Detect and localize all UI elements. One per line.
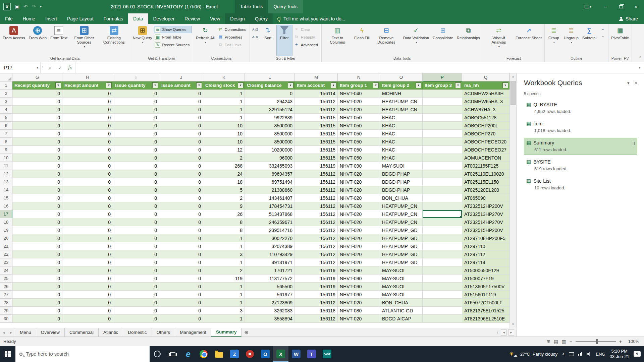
cell-Q5[interactable]: AOBOC551128 [462,114,509,122]
cell-P5[interactable] [423,114,462,122]
cell-I25[interactable]: 0 [113,275,159,283]
cell-K26[interactable]: 1 [203,283,245,291]
cell-P20[interactable] [423,234,462,242]
cell-P11[interactable] [423,162,462,170]
network-icon[interactable] [578,352,582,356]
cell-H6[interactable]: 0 [62,122,113,130]
row-header-6[interactable]: 6 [0,122,12,130]
cell-G9[interactable]: 0 [12,146,62,154]
select-all-corner[interactable] [0,73,12,81]
cell-N12[interactable]: NHVT-020 [338,170,380,178]
cell-G26[interactable]: 0 [12,283,62,291]
sheet-tab-others[interactable]: Others [152,328,175,337]
cancel-icon[interactable]: × [45,62,55,73]
cell-H25[interactable]: 0 [62,275,113,283]
cell-M30[interactable]: 156112 [295,315,338,323]
cell-K9[interactable]: 12 [203,146,245,154]
cell-M13[interactable]: 156112 [295,178,338,186]
show-queries-button[interactable]: ☰Show Queries [154,26,192,33]
sheet-tab-menu[interactable]: Menu [15,328,36,337]
cell-H19[interactable]: 0 [62,226,113,234]
from-access-button[interactable]: AFrom Access [1,25,26,56]
cell-J16[interactable]: 0 [159,202,203,210]
refresh-all-button[interactable]: ↻Refresh All▾ [194,25,216,56]
cell-P18[interactable] [423,218,462,226]
cell-G10[interactable]: 0 [12,154,62,162]
cell-I13[interactable]: 0 [113,178,159,186]
cell-L25[interactable]: 113177572 [245,275,295,283]
cell-L27[interactable]: 561977 [245,291,295,299]
cell-O12[interactable]: BDGD-PHAP [380,170,423,178]
cell-K29[interactable]: 3 [203,307,245,315]
cell-J21[interactable]: 0 [159,242,203,250]
column-header-n[interactable]: N [338,73,380,81]
enter-icon[interactable]: ✓ [55,62,65,73]
cell-K28[interactable]: 1 [203,299,245,307]
cell-G19[interactable]: 0 [12,226,62,234]
cell-H14[interactable]: 0 [62,186,113,194]
column-header-j[interactable]: J [159,73,203,81]
cell-Q28[interactable]: AT65072CT500LF [462,299,509,307]
column-header-m[interactable]: M [295,73,338,81]
row-header-13[interactable]: 13 [0,178,12,186]
cell-P14[interactable] [423,186,462,194]
tray-expand-icon[interactable]: ∧ [562,352,565,356]
cell-J10[interactable]: 0 [159,154,203,162]
cell-N26[interactable]: NHVT-090 [338,283,380,291]
cell-K30[interactable]: 1 [203,315,245,323]
cell-Q13[interactable]: AT025115EL150 [462,178,509,186]
excel-icon[interactable]: X [273,346,288,362]
row-header-14[interactable]: 14 [0,186,12,194]
cell-J8[interactable]: 0 [159,138,203,146]
cell-O4[interactable]: HEATPUMP_CN [380,106,423,114]
cell-G6[interactable]: 0 [12,122,62,130]
cell-N18[interactable]: NHVT-020 [338,218,380,226]
cell-K12[interactable]: 24 [203,170,245,178]
cell-I3[interactable]: 0 [113,98,159,106]
cell-M24[interactable]: 156119 [295,266,338,275]
cell-J20[interactable]: 0 [159,234,203,242]
cell-K14[interactable]: 5 [203,186,245,194]
row-header-30[interactable]: 30 [0,315,12,323]
hide-detail-button[interactable]: − [598,33,607,40]
sort-ascending-button[interactable]: A↓Z [251,26,260,33]
cell-L29[interactable]: 3262083 [245,307,295,315]
row-header-25[interactable]: 25 [0,275,12,283]
filter-dropdown-icon[interactable]: ▼ [416,82,421,88]
cell-P30[interactable] [423,315,462,323]
clock[interactable]: 5:20 PM 03-Jun-21 [609,349,629,359]
edit-links-button[interactable]: ⧉Edit Links [217,41,249,49]
new-query-button[interactable]: ⊞New Query▾ [131,25,154,56]
cell-G25[interactable]: 0 [12,275,62,283]
cell-P6[interactable] [423,122,462,130]
cell-N10[interactable]: NHVT-050 [338,154,380,162]
cell-J28[interactable]: 0 [159,299,203,307]
cell-I11[interactable]: 0 [113,162,159,170]
cell-G16[interactable]: 0 [12,202,62,210]
customize-qat-icon[interactable]: ▾ [40,5,42,8]
cell-N25[interactable]: NHVT-090 [338,275,380,283]
scroll-down-icon[interactable]: ▼ [510,321,516,328]
cell-L26[interactable]: 565500 [245,283,295,291]
table-header-receipt-quantity[interactable]: Receipt quantity▼ [12,81,62,89]
cell-M8[interactable]: 156115 [295,138,338,146]
cell-L28[interactable]: 27123809 [245,299,295,307]
cell-I29[interactable]: 0 [113,307,159,315]
cell-H7[interactable]: 0 [62,130,113,138]
cell-N19[interactable]: NHVT-020 [338,226,380,234]
cell-P17[interactable] [423,210,462,218]
cell-I17[interactable]: 0 [113,210,159,218]
cell-I8[interactable]: 0 [113,138,159,146]
formula-bar-grip[interactable]: ⋮ [40,62,45,73]
cell-J4[interactable]: 0 [159,106,203,114]
cell-H27[interactable]: 0 [62,291,113,299]
cell-L22[interactable]: 110793429 [245,250,295,258]
cell-M11[interactable]: 156119 [295,162,338,170]
what-if-analysis-button[interactable]: ⇌What-If Analysis▾ [484,25,514,56]
cell-H29[interactable]: 0 [62,307,113,315]
cell-J3[interactable]: 0 [159,98,203,106]
cell-Q16[interactable]: AT232512HP200V [462,202,509,210]
cell-G11[interactable]: 0 [12,162,62,170]
cell-J5[interactable]: 0 [159,114,203,122]
cell-P25[interactable] [423,275,462,283]
